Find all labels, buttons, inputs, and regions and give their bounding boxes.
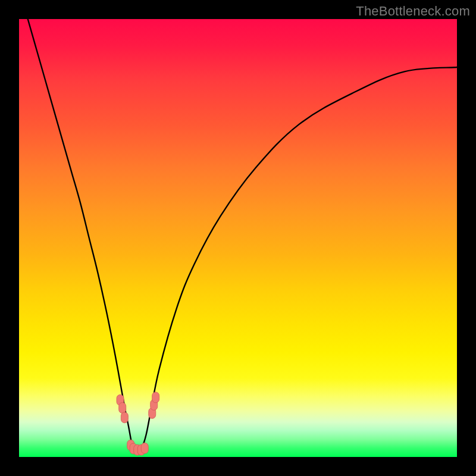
bottleneck-curve	[28, 19, 457, 453]
plot-area	[19, 19, 457, 457]
svg-rect-1	[119, 403, 126, 414]
highlight-marker	[152, 392, 159, 403]
svg-rect-10	[152, 392, 159, 403]
curve-overlay	[19, 19, 457, 457]
chart-frame: TheBottleneck.com	[0, 0, 476, 476]
svg-rect-2	[121, 412, 128, 423]
highlighted-points-group	[117, 392, 159, 455]
highlight-marker	[141, 443, 148, 453]
watermark-text: TheBottleneck.com	[356, 4, 470, 19]
highlight-marker	[121, 412, 128, 423]
highlight-marker	[119, 403, 126, 414]
svg-rect-7	[141, 443, 148, 453]
